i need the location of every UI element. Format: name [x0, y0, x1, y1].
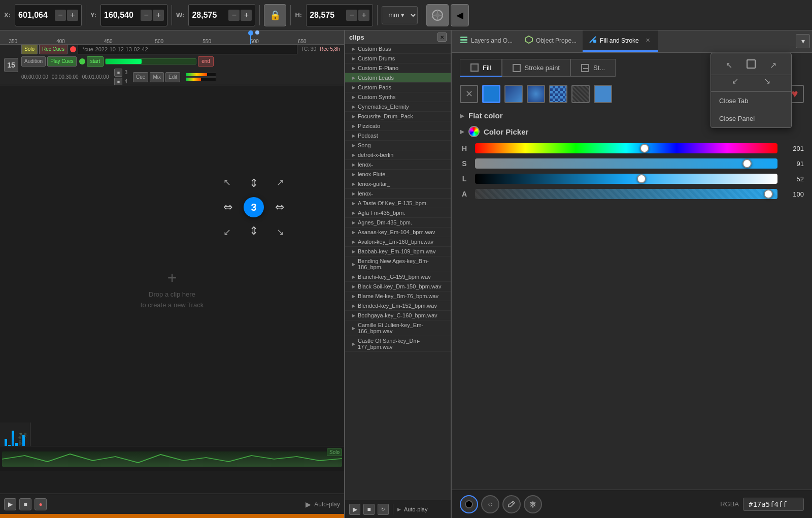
clip-item[interactable]: ▶Blame Me-key_Bm-76_bpm.wav [345, 292, 451, 301]
clip-arrow-icon: ▶ [352, 275, 355, 279]
mesh-gradient-swatch[interactable] [549, 85, 567, 103]
clip-item[interactable]: ▶lenox- [345, 160, 451, 170]
h-slider-track[interactable] [475, 143, 777, 153]
clips-transport-loop-button[interactable]: ↻ [378, 504, 389, 515]
color-swatch-6[interactable] [594, 85, 612, 103]
panel-chevron-button[interactable]: ▾ [796, 34, 810, 48]
clip-item[interactable]: ▶Bending New Ages-key_Bm-186_bpm. [345, 256, 451, 272]
clips-transport-play-button[interactable]: ▶ [349, 504, 360, 515]
color-wheel-tool-button[interactable] [460, 495, 478, 513]
close-tab-item[interactable]: Close Tab [711, 92, 791, 110]
resize-bottomright-icon[interactable]: ↘ [764, 76, 770, 86]
clip-item[interactable]: ▶Custom Leads [345, 73, 451, 83]
x-decrement-button[interactable]: − [55, 10, 66, 21]
lock-button[interactable]: 🔒 [264, 4, 286, 26]
inkscape-icon-button[interactable] [426, 4, 449, 26]
clip-item[interactable]: ▶Custom Drums [345, 54, 451, 63]
clip-item[interactable]: ▶lenox-guitar_ [345, 179, 451, 189]
a-slider-thumb[interactable] [764, 189, 773, 199]
clip-item-label: Focusrite_Drum_Pack [358, 113, 413, 119]
linear-gradient-swatch[interactable] [504, 85, 523, 103]
flat-color-swatch[interactable] [482, 85, 500, 103]
clip-item[interactable]: ▶Custom Synths [345, 92, 451, 102]
clip-item[interactable]: ▶lenox-Flute_ [345, 170, 451, 179]
tab-fill-stroke-close-button[interactable]: ✕ [644, 37, 652, 45]
h-decrement-button[interactable]: − [346, 10, 357, 21]
svg-rect-4 [460, 42, 467, 43]
cue-button[interactable]: Cue [133, 72, 148, 82]
tab-object-props[interactable]: Object Prope... [519, 30, 583, 52]
dropper-tool-button[interactable] [502, 495, 521, 513]
no-paint-swatch[interactable]: ✕ [460, 85, 478, 103]
tab-fill-stroke[interactable]: Fill and Stroke ✕ [583, 30, 658, 52]
l-slider-track[interactable] [475, 174, 777, 184]
clip-item[interactable]: ▶Song [345, 141, 451, 150]
clip-item[interactable]: ▶Castle Of Sand-key_Dm-177_bpm.wav [345, 336, 451, 352]
sub-tab-fill[interactable]: Fill [460, 59, 502, 77]
section-collapse-icon[interactable]: ▶ [460, 112, 464, 119]
clips-list[interactable]: ▶Custom Bass▶Custom Drums▶Custom E-Piano… [345, 44, 451, 500]
rgba-input[interactable] [743, 498, 804, 511]
clip-item[interactable]: ▶Camille Et Julien-key_Em-166_bpm.wav [345, 320, 451, 336]
audition-button[interactable]: Audition [21, 56, 46, 67]
close-panel-item[interactable]: Close Panel [711, 110, 791, 127]
start-button[interactable]: start [87, 56, 104, 67]
y-increment-button[interactable]: + [153, 10, 164, 21]
clip-item[interactable]: ▶Blended-key_Em-152_bpm.wav [345, 301, 451, 311]
sub-tab-stroke-style[interactable]: St... [570, 59, 616, 77]
clip-item[interactable]: ▶Podcast [345, 131, 451, 141]
clip-item[interactable]: ▶lenox- [345, 189, 451, 199]
clip-item[interactable]: ▶detroit-x-berlin [345, 150, 451, 160]
mix-button[interactable]: Mix [150, 72, 164, 82]
clip-item[interactable]: ▶Focusrite_Drum_Pack [345, 112, 451, 121]
resize-topright-icon[interactable]: ↗ [770, 60, 776, 70]
clip-drop-area[interactable]: nic Equaliz Solo + Drop a clip here to c [0, 85, 344, 494]
clip-item[interactable]: ▶Agla Fm-435_bpm. [345, 208, 451, 218]
clip-item[interactable]: ▶Black Soil-key_Dm-150_bpm.wav [345, 282, 451, 292]
clip-item[interactable]: ▶Custom E-Piano [345, 63, 451, 73]
blur-tool-button[interactable] [524, 495, 542, 513]
solo-button[interactable]: Solo [21, 44, 38, 54]
rec-cues-button[interactable]: Rec Cues [39, 44, 67, 54]
panel-arrow-button[interactable]: ◀ [451, 4, 469, 26]
clip-arrow-icon: ▶ [352, 56, 355, 61]
clips-transport-stop-button[interactable]: ■ [363, 504, 375, 515]
w-decrement-button[interactable]: − [228, 10, 240, 21]
eyedropper-circle-button[interactable]: ○ [481, 495, 499, 513]
clip-item[interactable]: ▶Asanas-key_Em-104_bpm.wav [345, 228, 451, 237]
w-increment-button[interactable]: + [241, 10, 252, 21]
clips-close-button[interactable]: ✕ [437, 33, 447, 42]
a-slider-track[interactable] [475, 189, 777, 199]
edit-button[interactable]: Edit [165, 72, 180, 82]
x-increment-button[interactable]: + [67, 10, 78, 21]
l-slider-thumb[interactable] [637, 174, 646, 183]
clip-item[interactable]: ▶Avalon-key_Em-160_bpm.wav [345, 237, 451, 247]
y-decrement-button[interactable]: − [141, 10, 152, 21]
unit-select[interactable]: mm ▾ px cm [382, 6, 418, 24]
clip-item[interactable]: ▶Cynematics_Eternity [345, 102, 451, 112]
clip-item[interactable]: ▶Bianchi-key_G-159_bpm.wav [345, 272, 451, 282]
sub-tab-stroke-paint[interactable]: Stroke paint [502, 59, 570, 77]
radial-gradient-swatch[interactable] [527, 85, 545, 103]
s-slider-track[interactable] [475, 158, 777, 169]
play-cues-button[interactable]: Play Cues [47, 56, 77, 67]
resize-topleft-icon[interactable]: ↖ [726, 60, 732, 70]
end-button[interactable]: end [198, 56, 214, 67]
clip-item[interactable]: ▶A Taste Of Key_F-135_bpm. [345, 199, 451, 208]
s-slider-thumb[interactable] [742, 159, 752, 168]
clip-item[interactable]: ▶Pizzicato [345, 121, 451, 131]
clip-item[interactable]: ▶Custom Pads [345, 83, 451, 92]
tab-layers[interactable]: Layers and O... [454, 30, 519, 52]
resize-center-icon[interactable] [746, 58, 757, 72]
clip-item[interactable]: ▶Custom Bass [345, 44, 451, 54]
transport-stop-button[interactable]: ■ [19, 498, 31, 510]
transport-record-button[interactable]: ● [35, 498, 47, 510]
h-slider-thumb[interactable] [640, 144, 649, 153]
clip-item[interactable]: ▶Bodhgaya-key_C-160_bpm.wav [345, 311, 451, 320]
resize-bottomleft-icon[interactable]: ↙ [732, 76, 738, 86]
h-increment-button[interactable]: + [358, 10, 369, 21]
pattern-swatch[interactable] [571, 85, 590, 103]
clip-item[interactable]: ▶Agnes_Dm-435_bpm. [345, 218, 451, 228]
transport-play-button[interactable]: ▶ [4, 498, 16, 510]
clip-item[interactable]: ▶Baobab-key_Em-109_bpm.wav [345, 247, 451, 256]
